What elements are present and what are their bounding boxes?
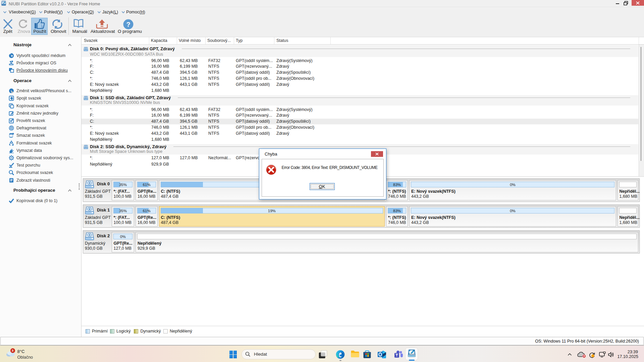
svg-text:?: ?: [126, 21, 130, 28]
